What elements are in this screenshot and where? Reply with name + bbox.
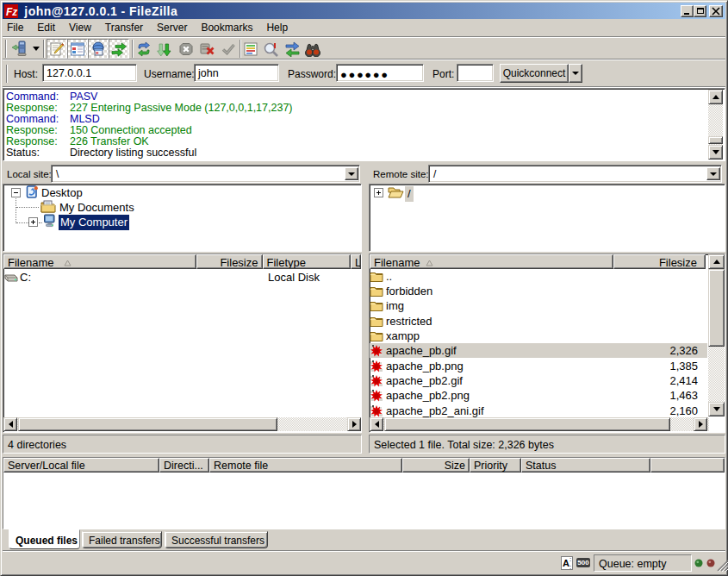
svg-text:Fz: Fz [6, 5, 17, 17]
